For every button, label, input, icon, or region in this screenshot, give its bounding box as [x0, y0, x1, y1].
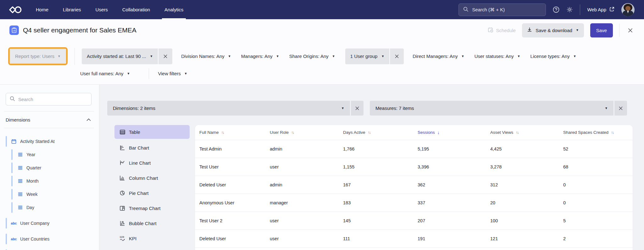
abc-text-icon: abc	[11, 237, 17, 241]
search-placeholder: Search (⌘ + K)	[472, 7, 505, 13]
report-type-dropdown[interactable]: Report type: Users ▼	[10, 49, 66, 63]
tree-item-day[interactable]: Day	[0, 201, 99, 214]
sidebar-search-input[interactable]	[18, 97, 87, 102]
tree-item-user-company[interactable]: abc User Company	[0, 217, 99, 230]
share-origins-dropdown[interactable]: Share Origins: Any ▼	[289, 54, 335, 59]
header-actions: Schedule Save & download ▼ Save	[488, 23, 635, 37]
division-names-label: Division Names: Any	[181, 54, 225, 59]
column-header-full-name[interactable]: Full Name ↑↓	[195, 125, 265, 140]
cell-user-role: user	[265, 230, 339, 247]
web-app-link[interactable]: Web App	[587, 7, 614, 13]
chevron-down-icon: ▼	[381, 55, 384, 58]
license-types-dropdown[interactable]: License types: Any ▼	[530, 54, 576, 59]
measures-selector-label: Measures: 7 items	[375, 105, 414, 111]
save-and-download-button[interactable]: Save & download ▼	[522, 23, 584, 37]
nav-item-collaboration[interactable]: Collaboration	[122, 0, 150, 19]
clear-measures-icon[interactable]	[614, 101, 627, 116]
table-row[interactable]: Test User 2 user 145 207 100 5	[195, 212, 633, 230]
remove-user-group-filter-icon[interactable]	[390, 48, 404, 64]
tree-indent-bar	[6, 218, 7, 229]
view-filters-dropdown[interactable]: View filters ▼	[158, 71, 187, 76]
column-header-label: Sessions	[418, 130, 435, 135]
chart-type-bubble-chart[interactable]: Bubble Chart	[107, 216, 195, 231]
chevron-down-icon: ▼	[58, 55, 61, 58]
direct-managers-dropdown[interactable]: Direct Managers: Any ▼	[413, 54, 464, 59]
table-row[interactable]: Test User user 1,155 3,396 3,278 68	[195, 158, 633, 176]
dimensions-tree: Activity Started At Year Quarter	[0, 128, 99, 250]
chart-type-column-chart[interactable]: Column Chart	[107, 170, 195, 185]
column-header-asset-views[interactable]: Asset Views ↑↓	[486, 125, 559, 140]
user-avatar[interactable]	[621, 3, 635, 16]
user-group-label: 1 User group	[350, 54, 378, 59]
chart-type-table[interactable]: Table	[114, 125, 190, 139]
chart-type-treemap-chart[interactable]: Treemap Chart	[107, 201, 195, 216]
column-header-sessions[interactable]: Sessions ↓	[413, 125, 486, 140]
table-row[interactable]: Anonymous User manager 183 337 20 0	[195, 194, 633, 212]
settings-gear-icon[interactable]	[566, 6, 573, 13]
cell-days-active: 1,155	[339, 158, 413, 176]
user-statuses-dropdown[interactable]: User statuses: Any ▼	[475, 54, 520, 59]
tree-item-month[interactable]: Month	[0, 174, 99, 188]
tree-item-label: Month	[26, 179, 39, 184]
filters-section: Report type: Users ▼ Activity started at…	[0, 41, 644, 85]
chevron-down-icon: ▼	[228, 55, 231, 58]
save-button[interactable]: Save	[590, 23, 613, 37]
cell-user-role: manager	[265, 194, 339, 212]
division-names-dropdown[interactable]: Division Names: Any ▼	[181, 54, 231, 59]
close-icon[interactable]	[626, 26, 635, 35]
tree-item-activity-started-at[interactable]: Activity Started At	[0, 135, 99, 148]
nav-item-home[interactable]: Home	[36, 0, 48, 19]
chart-type-bar-chart[interactable]: Bar Chart	[107, 140, 195, 155]
chart-type-label: Line Chart	[129, 160, 151, 166]
nav-items: Home Libraries Users Collaboration Analy…	[36, 0, 183, 19]
table-row[interactable]: Deleted User admin 167 362 312 0	[195, 176, 633, 194]
nav-item-users[interactable]: Users	[96, 0, 108, 19]
user-full-names-dropdown[interactable]: User full names: Any ▼	[80, 71, 130, 76]
dimensions-section-header[interactable]: Dimensions	[0, 111, 99, 128]
managers-dropdown[interactable]: Managers: Any ▼	[241, 54, 279, 59]
measures-selector[interactable]: Measures: 7 items ▼	[370, 101, 613, 116]
tree-item-label: Day	[26, 205, 34, 210]
tree-item-user-countries[interactable]: abc User Countries	[0, 232, 99, 246]
chart-type-kpi[interactable]: 123· KPI	[107, 231, 195, 246]
table-row[interactable]: Test Admin admin 1,766 5,195 4,425 52	[195, 140, 633, 158]
direct-managers-label: Direct Managers: Any	[413, 54, 458, 59]
column-header-shared-spaces-created[interactable]: Shared Spaces Created ↑↓	[559, 125, 633, 140]
bynder-logo-icon[interactable]	[9, 0, 22, 19]
nav-item-libraries[interactable]: Libraries	[63, 0, 81, 19]
nav-item-analytics[interactable]: Analytics	[164, 0, 183, 19]
schedule-button[interactable]: Schedule	[488, 27, 516, 34]
table-row[interactable]: Deleted User user 111 191 121 2	[195, 230, 633, 248]
table-icon	[119, 130, 125, 134]
clear-dimensions-icon[interactable]	[351, 101, 364, 116]
list-icon	[17, 153, 23, 156]
chart-type-pie-chart[interactable]: Pie Chart	[107, 185, 195, 201]
global-search-input[interactable]: Search (⌘ + K)	[458, 3, 546, 16]
activity-started-dropdown[interactable]: Activity started at: Last 90 ... ▼	[82, 48, 158, 64]
cell-user-role: user	[265, 158, 339, 176]
filter-chip-activity-started: Activity started at: Last 90 ... ▼	[82, 48, 172, 64]
tree-item-quarter[interactable]: Quarter	[0, 161, 99, 174]
remove-activity-filter-icon[interactable]	[158, 48, 172, 64]
cell-sessions: 3,396	[413, 158, 486, 176]
cell-full-name: Deleted User	[195, 176, 265, 194]
dimensions-selector[interactable]: Dimensions: 2 items ▼	[107, 101, 350, 116]
chart-type-line-chart[interactable]: Line Chart	[107, 155, 195, 170]
sort-updown-icon: ↑↓	[368, 130, 370, 135]
user-group-dropdown[interactable]: 1 User group ▼	[345, 48, 390, 64]
cell-shared-spaces: 5	[559, 212, 633, 230]
chevron-up-icon	[86, 118, 91, 121]
chart-type-label: Treemap Chart	[129, 206, 160, 211]
tree-item-year[interactable]: Year	[0, 148, 99, 161]
sidebar-search-field[interactable]	[6, 93, 92, 105]
help-icon[interactable]	[553, 6, 559, 13]
column-header-user-role[interactable]: User Role ↑↓	[265, 125, 339, 140]
cell-full-name: Test User	[195, 158, 265, 176]
bar-chart-icon	[119, 145, 125, 150]
tree-item-week[interactable]: Week	[0, 188, 99, 201]
chart-type-list: Table Bar Chart	[107, 125, 195, 250]
license-types-label: License types: Any	[530, 54, 570, 59]
list-icon	[17, 166, 23, 170]
column-header-days-active[interactable]: Days Active ↑↓	[339, 125, 413, 140]
cell-asset-views: 312	[486, 176, 559, 194]
